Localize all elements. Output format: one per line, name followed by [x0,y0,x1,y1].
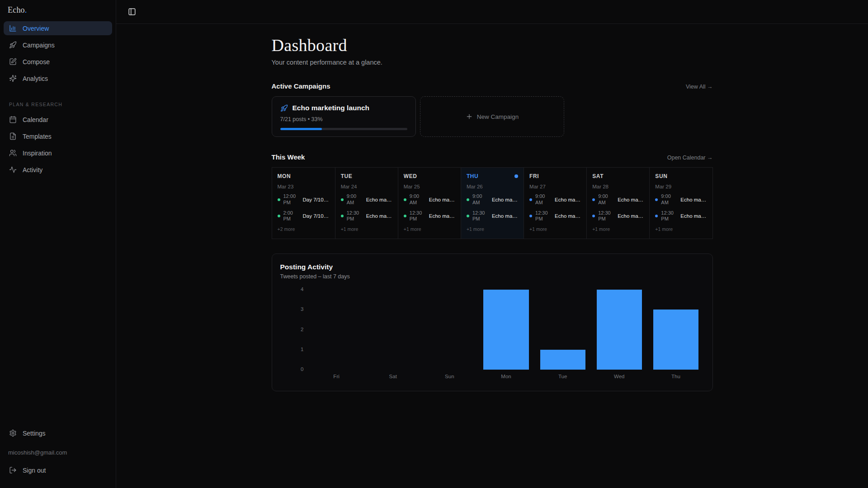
calendar-event[interactable]: 12:30 PMEcho marketin… [529,210,581,223]
event-title: Day 7/100: bui… [303,213,330,219]
day-header: MON [278,173,330,179]
calendar-event[interactable]: 12:30 PMEcho marketin… [467,210,518,223]
day-header: TUE [341,173,392,179]
sidebar-item-compose[interactable]: Compose [4,55,112,69]
more-events-label[interactable]: +1 more [341,226,392,232]
day-header: SUN [655,173,707,179]
bar-slot-tue [534,290,591,370]
sidebar-section-label: PLAN & RESEARCH [4,102,112,107]
event-status-dot [592,215,595,217]
calendar-day-column-fri[interactable]: FRIMar 279:00 AMEcho marketin…12:30 PMEc… [524,168,586,239]
y-tick-label: 2 [301,327,303,332]
posting-activity-chart: 01234 FriSatSunMonTueWedThu [280,290,704,379]
event-title: Echo marketin… [555,197,581,202]
this-week-header-row: This Week Open Calendar → [272,153,713,161]
sidebar-toggle-button[interactable] [127,7,137,17]
sign-out-button[interactable]: Sign out [4,463,112,477]
new-campaign-label: New Campaign [477,113,519,120]
event-time: 12:00 PM [283,193,300,206]
event-status-dot [655,215,658,217]
sidebar-item-templates[interactable]: Templates [4,129,112,143]
calendar-day-column-sun[interactable]: SUNMar 299:00 AMEcho marketin…12:30 PMEc… [649,168,712,239]
sidebar-item-analytics[interactable]: Analytics [4,71,112,85]
compose-icon [9,58,17,66]
sidebar-plan-research-nav: CalendarTemplatesInspirationActivity [4,113,112,179]
event-title: Echo marketin… [492,197,518,202]
calendar-event[interactable]: 9:00 AMEcho marketin… [467,193,518,206]
day-date: Mar 28 [592,184,644,189]
day-name: TUE [341,173,353,179]
calendar-day-column-thu[interactable]: THUMar 269:00 AMEcho marketin…12:30 PMEc… [461,168,524,239]
calendar-event[interactable]: 12:30 PMEcho marketin… [341,210,392,223]
calendar-event[interactable]: 12:30 PMEcho marketin… [655,210,707,223]
bar-slot-thu [647,290,704,370]
day-name: MON [278,173,291,179]
calendar-event[interactable]: 9:00 AMEcho marketin… [592,193,644,206]
event-status-dot [529,198,532,201]
new-campaign-button[interactable]: New Campaign [420,96,564,137]
day-date: Mar 27 [529,184,581,189]
sidebar-item-label: Compose [23,58,50,66]
page-title: Dashboard [272,35,713,55]
bar-slot-fri [308,290,365,370]
activity-icon [9,166,17,174]
calendar-event[interactable]: 9:00 AMEcho marketin… [341,193,392,206]
sidebar-item-campaigns[interactable]: Campaigns [4,38,112,52]
event-status-dot [278,215,280,217]
event-status-dot [655,198,658,201]
calendar-event[interactable]: 9:00 AMEcho marketin… [655,193,707,206]
sidebar-item-settings[interactable]: Settings [4,426,112,440]
event-title: Echo marketin… [680,213,707,219]
active-campaigns-header-row: Active Campaigns View All → [272,82,713,90]
more-events-label[interactable]: +1 more [529,226,581,232]
file-text-icon [9,132,17,140]
event-title: Echo marketin… [680,197,707,202]
x-tick-label: Fri [308,374,365,379]
event-status-dot [341,215,344,217]
more-events-label[interactable]: +1 more [467,226,518,232]
bar-mon [483,290,528,370]
content-scroll-area[interactable]: Dashboard Your content performance at a … [116,24,868,488]
sidebar-item-overview[interactable]: Overview [4,21,112,35]
open-calendar-link[interactable]: Open Calendar → [667,155,713,161]
x-tick-label: Thu [647,374,704,379]
sidebar-item-activity[interactable]: Activity [4,163,112,177]
event-title: Echo marketin… [429,197,455,202]
sidebar-item-label: Activity [23,166,42,174]
sidebar-item-calendar[interactable]: Calendar [4,113,112,127]
calendar-day-column-tue[interactable]: TUEMar 249:00 AMEcho marketin…12:30 PMEc… [335,168,398,239]
calendar-event[interactable]: 12:30 PMEcho marketin… [404,210,455,223]
bar-slot-sun [421,290,478,370]
calendar-icon [9,116,17,123]
sidebar-spacer [4,179,112,426]
calendar-event[interactable]: 12:00 PMDay 7/100: bu… [278,193,330,206]
sidebar-item-label: Overview [23,25,49,32]
calendar-event[interactable]: 2:00 PMDay 7/100: bui… [278,210,330,223]
view-all-link[interactable]: View All → [686,84,713,90]
campaign-name: Echo marketing launch [292,104,370,112]
sidebar-item-inspiration[interactable]: Inspiration [4,146,112,160]
campaign-card[interactable]: Echo marketing launch 7/21 posts • 33% [272,96,416,137]
rocket-icon [9,41,17,49]
campaign-progress-fill [280,128,322,130]
sidebar-item-label: Inspiration [23,150,52,157]
event-title: Day 7/100: bu… [303,197,330,202]
calendar-day-column-wed[interactable]: WEDMar 259:00 AMEcho marketin…12:30 PMEc… [398,168,461,239]
y-tick-label: 0 [301,366,303,372]
day-name: SAT [592,173,604,179]
more-events-label[interactable]: +1 more [404,226,455,232]
calendar-day-column-mon[interactable]: MONMar 2312:00 PMDay 7/100: bu…2:00 PMDa… [272,168,335,239]
calendar-day-column-sat[interactable]: SATMar 289:00 AMEcho marketin…12:30 PMEc… [586,168,649,239]
event-title: Echo marketin… [492,213,518,219]
calendar-event[interactable]: 12:30 PMEcho marketin… [592,210,644,223]
more-events-label[interactable]: +1 more [655,226,707,232]
calendar-event[interactable]: 9:00 AMEcho marketin… [404,193,455,206]
more-events-label[interactable]: +1 more [592,226,644,232]
day-date: Mar 25 [404,184,455,189]
event-status-dot [467,198,469,201]
more-events-label[interactable]: +2 more [278,226,330,232]
calendar-event[interactable]: 9:00 AMEcho marketin… [529,193,581,206]
day-name: THU [467,173,478,179]
plus-icon [466,113,473,120]
panel-left-icon [128,8,136,16]
